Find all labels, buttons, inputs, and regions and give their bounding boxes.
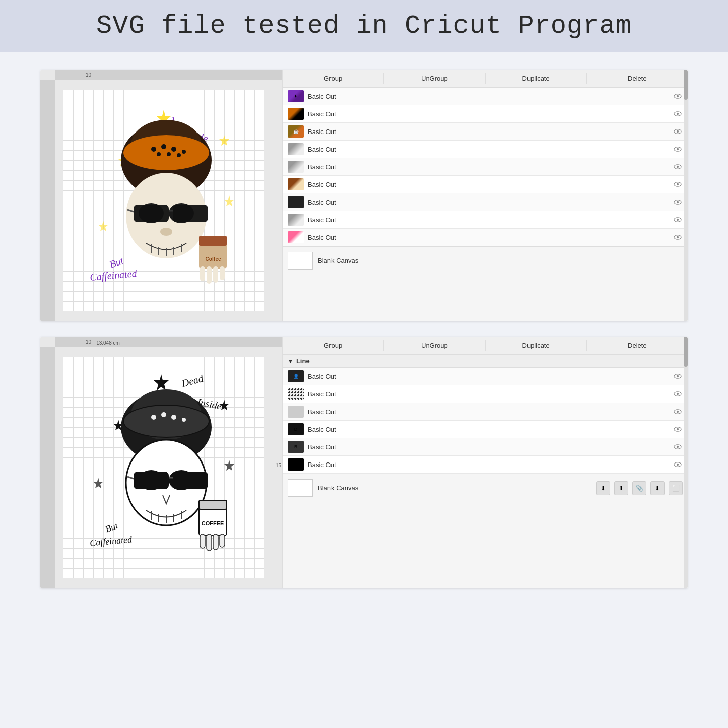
svg-point-46	[677, 148, 679, 150]
item-label: Basic Cut	[308, 373, 669, 380]
svg-rect-36	[220, 266, 225, 280]
svg-point-52	[677, 201, 679, 203]
top-panel-footer: Blank Canvas	[283, 246, 688, 275]
bottom-scrollbar-thumb[interactable]	[684, 337, 688, 367]
visibility-toggle[interactable]	[673, 407, 683, 417]
top-panel-item: Basic Cut	[283, 105, 688, 123]
bottom-scrollbar-track[interactable]	[684, 337, 688, 588]
visibility-toggle[interactable]	[673, 91, 683, 101]
svg-point-67	[151, 415, 156, 420]
svg-marker-6	[98, 221, 108, 231]
svg-text:Coffee: Coffee	[205, 256, 221, 262]
delete-button[interactable]: Delete	[587, 73, 688, 84]
item-label: Basic Cut	[308, 198, 669, 206]
bottom-delete-button[interactable]: Delete	[587, 340, 688, 351]
item-thumbnail	[288, 388, 304, 400]
svg-point-15	[167, 152, 171, 156]
visibility-toggle[interactable]	[673, 424, 683, 434]
top-canvas-grid: Dead Inside	[63, 90, 264, 311]
visibility-toggle[interactable]	[673, 215, 683, 225]
svg-point-40	[677, 95, 679, 97]
color-skull-svg: Dead Inside	[73, 95, 254, 306]
svg-point-16	[177, 153, 181, 157]
svg-rect-34	[207, 266, 212, 284]
visibility-toggle[interactable]	[673, 232, 683, 242]
visibility-toggle[interactable]	[673, 389, 683, 399]
top-panel-item: Basic Cut	[283, 229, 688, 246]
svg-point-66	[123, 405, 209, 437]
item-label: Basic Cut	[308, 216, 669, 224]
svg-point-101	[677, 446, 679, 448]
svg-text:Caffeinated: Caffeinated	[89, 534, 133, 548]
visibility-toggle[interactable]	[673, 144, 683, 154]
item-thumbnail: D	[288, 423, 304, 435]
visibility-toggle[interactable]	[673, 459, 683, 470]
visibility-toggle[interactable]	[673, 162, 683, 172]
header-title: SVG file tested in Cricut Program	[0, 11, 728, 41]
bottom-group-button[interactable]: Group	[283, 340, 384, 351]
bottom-panel-item: 🕶 Basic Cut	[283, 456, 688, 474]
svg-rect-75	[173, 472, 208, 489]
svg-point-56	[677, 236, 679, 238]
footer-icon-2[interactable]: ⬆	[614, 481, 628, 495]
top-row: 10 Dead Inside	[40, 70, 688, 321]
item-thumbnail	[288, 214, 304, 226]
ungroup-button[interactable]: UnGroup	[384, 73, 485, 84]
item-thumbnail: ✦	[288, 90, 304, 102]
svg-text:But: But	[108, 255, 125, 270]
svg-marker-59	[154, 374, 169, 390]
top-panel-item: Basic Cut	[283, 211, 688, 229]
footer-icon-1[interactable]: ⬇	[596, 481, 610, 495]
bottom-left-ruler	[40, 347, 55, 588]
ruler-label: 10	[86, 72, 91, 78]
top-panel-header: Group UnGroup Duplicate Delete	[283, 70, 688, 88]
section-arrow: ▼	[288, 358, 293, 364]
visibility-toggle[interactable]	[673, 126, 683, 137]
item-thumbnail: ☕	[288, 125, 304, 138]
svg-point-44	[677, 130, 679, 133]
item-label: Basic Cut	[308, 234, 669, 241]
scrollbar-track[interactable]	[684, 70, 688, 321]
svg-point-69	[171, 415, 176, 420]
visibility-toggle[interactable]	[673, 442, 683, 452]
bottom-canvas-area: 10 13.048 cm Dead Inside	[40, 337, 282, 588]
top-panel-item: ☕ Basic Cut	[283, 123, 688, 141]
svg-rect-89	[220, 534, 225, 547]
item-thumbnail	[288, 161, 304, 173]
top-panel-item: Basic Cut	[283, 193, 688, 211]
item-thumbnail	[288, 196, 304, 208]
top-panel-area: Group UnGroup Duplicate Delete ✦ Basic C…	[282, 70, 688, 321]
footer-icon-3[interactable]: 📎	[632, 481, 646, 495]
svg-point-68	[161, 412, 166, 417]
svg-rect-20	[134, 205, 169, 222]
bottom-panel-list: 👤 Basic Cut Basic Cut Basic Cut D Basic …	[283, 368, 688, 474]
svg-point-99	[677, 428, 679, 430]
duplicate-button[interactable]: Duplicate	[486, 73, 587, 84]
svg-marker-62	[93, 478, 103, 488]
bottom-ungroup-button[interactable]: UnGroup	[384, 340, 485, 351]
svg-text:But: But	[104, 520, 119, 535]
item-thumbnail: 🕶	[288, 458, 304, 471]
svg-rect-88	[213, 534, 218, 550]
visibility-toggle[interactable]	[673, 371, 683, 381]
footer-icon-5[interactable]: ⬜	[669, 481, 683, 495]
scrollbar-thumb[interactable]	[684, 70, 688, 100]
visibility-toggle[interactable]	[673, 179, 683, 189]
item-label: Basic Cut	[308, 93, 669, 100]
bottom-blank-label: Blank Canvas	[318, 484, 358, 492]
dim-label: 13.048 cm	[96, 340, 120, 346]
svg-text:Dead: Dead	[180, 372, 205, 389]
right-ruler-label: 15	[276, 462, 281, 468]
visibility-toggle[interactable]	[673, 109, 683, 119]
bottom-ruler-label: 10	[86, 339, 91, 345]
bottom-duplicate-button[interactable]: Duplicate	[486, 340, 587, 351]
footer-icon-4[interactable]: ⬇	[650, 481, 665, 495]
top-canvas-area: 10 Dead Inside	[40, 70, 282, 321]
main-content: 10 Dead Inside	[0, 52, 728, 606]
group-button[interactable]: Group	[283, 73, 384, 84]
top-panel-item: Basic Cut	[283, 176, 688, 193]
visibility-toggle[interactable]	[673, 197, 683, 207]
svg-point-9	[123, 135, 209, 170]
item-label: Basic Cut	[308, 163, 669, 171]
bottom-panel-header: Group UnGroup Duplicate Delete	[283, 337, 688, 355]
